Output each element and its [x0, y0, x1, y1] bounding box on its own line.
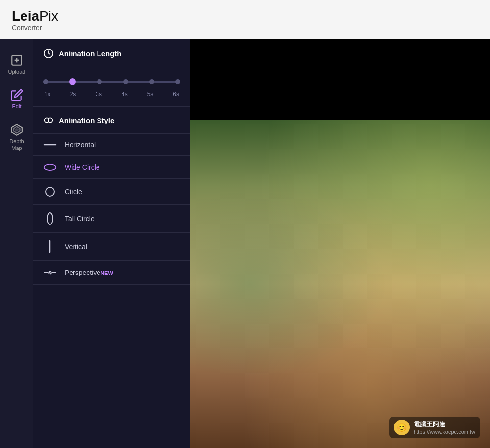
upload-icon	[10, 54, 23, 67]
logo-title: LeiaPix	[12, 9, 58, 24]
perspective-label: PerspectiveNEW	[65, 269, 113, 276]
watermark-url: https://www.kocpc.com.tw	[414, 429, 475, 435]
animation-style-icon	[43, 115, 54, 125]
slider-section: 1s 2s 3s 4s 5s 6s	[33, 67, 190, 107]
svg-point-12	[47, 213, 53, 224]
slider-track	[43, 81, 180, 83]
vertical-label: Vertical	[65, 243, 87, 250]
sidebar-item-depth-map[interactable]: DepthMap	[0, 117, 33, 158]
tall-circle-icon	[43, 212, 57, 225]
svg-point-10	[44, 164, 56, 170]
sidebar-item-edit[interactable]: Edit	[0, 82, 33, 117]
logo-light: Pix	[39, 8, 58, 24]
svg-marker-5	[15, 129, 19, 131]
logo-bold: Leia	[12, 8, 39, 24]
style-item-tall-circle[interactable]: Tall Circle	[33, 205, 190, 233]
sidebar-item-upload[interactable]: Upload	[0, 47, 33, 82]
upload-label: Upload	[8, 69, 25, 75]
main-area: Upload Edit DepthMap	[0, 39, 490, 448]
style-item-horizontal[interactable]: Horizontal	[33, 134, 190, 156]
logo: LeiaPix Converter	[12, 9, 58, 32]
animation-length-icon	[43, 48, 54, 59]
slider-label-3s: 3s	[96, 91, 102, 98]
circle-label: Circle	[65, 188, 82, 196]
wide-circle-icon	[43, 163, 57, 172]
tall-circle-label: Tall Circle	[65, 215, 95, 223]
depth-map-label: DepthMap	[9, 138, 24, 151]
slider-track-container[interactable]	[43, 77, 180, 87]
slider-labels: 1s 2s 3s 4s 5s 6s	[43, 91, 180, 98]
content-top-black	[190, 39, 490, 120]
logo-subtitle: Converter	[12, 24, 58, 32]
top-bar: LeiaPix Converter	[0, 0, 490, 39]
depth-map-icon	[10, 124, 23, 136]
slider-dot-5s[interactable]	[149, 79, 154, 84]
circle-icon	[43, 186, 57, 198]
watermark-overlay: 😊 電腦王阿達 https://www.kocpc.com.tw	[389, 417, 480, 438]
slider-dot-3s[interactable]	[97, 79, 102, 84]
slider-dot-1s[interactable]	[43, 79, 48, 84]
vertical-icon	[43, 240, 57, 253]
slider-label-4s: 4s	[122, 91, 128, 98]
animation-length-title: Animation Length	[59, 50, 122, 58]
edit-icon	[10, 89, 23, 101]
watermark-info: 電腦王阿達 https://www.kocpc.com.tw	[414, 420, 475, 435]
icon-sidebar: Upload Edit DepthMap	[0, 39, 33, 448]
bg-scene	[190, 120, 490, 448]
slider-label-5s: 5s	[147, 91, 154, 98]
watermark-icon: 😊	[394, 420, 410, 435]
style-item-vertical[interactable]: Vertical	[33, 233, 190, 261]
animation-style-title: Animation Style	[59, 116, 114, 124]
panel: Animation Length 1s 2s	[33, 39, 190, 448]
watermark-site-name: 電腦王阿達	[414, 420, 475, 429]
slider-label-2s: 2s	[70, 91, 76, 98]
animation-length-header: Animation Length	[33, 39, 190, 67]
horizontal-icon	[43, 142, 57, 148]
content-image: 😊 電腦王阿達 https://www.kocpc.com.tw	[190, 120, 490, 448]
slider-dot-2s[interactable]	[69, 78, 76, 85]
horizontal-label: Horizontal	[65, 141, 96, 149]
animation-style-header: Animation Style	[33, 107, 190, 134]
style-item-circle[interactable]: Circle	[33, 179, 190, 205]
wide-circle-label: Wide Circle	[65, 163, 100, 171]
svg-point-11	[46, 187, 54, 196]
content-area: 😊 電腦王阿達 https://www.kocpc.com.tw	[190, 39, 490, 448]
slider-dot-6s[interactable]	[175, 79, 180, 84]
style-item-wide-circle[interactable]: Wide Circle	[33, 156, 190, 179]
new-badge: NEW	[100, 270, 113, 276]
slider-dots	[43, 81, 180, 83]
style-item-perspective[interactable]: PerspectiveNEW	[33, 261, 190, 285]
slider-label-6s: 6s	[173, 91, 179, 98]
edit-label: Edit	[12, 103, 22, 110]
slider-label-1s: 1s	[44, 91, 50, 98]
perspective-icon	[43, 268, 57, 277]
slider-dot-4s[interactable]	[123, 79, 128, 84]
